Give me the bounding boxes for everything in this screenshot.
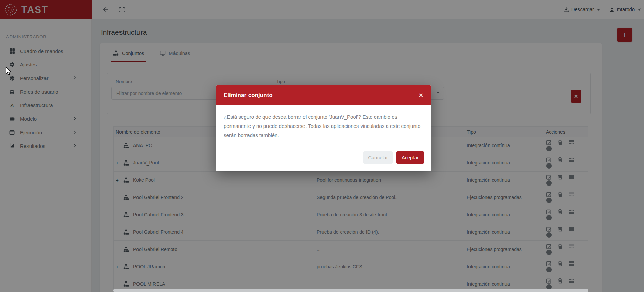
close-dialog-button[interactable]: ✕ <box>419 93 423 98</box>
mouse-cursor <box>5 66 12 77</box>
dialog-footer: Cancelar Aceptar <box>216 151 431 171</box>
dialog-header: Eliminar conjunto ✕ <box>216 85 431 105</box>
delete-confirmation-dialog: Eliminar conjunto ✕ ¿Está seguro de que … <box>216 85 431 171</box>
app-window: TAST Descargar mtarodo ADMINISTRADOR <box>0 0 644 292</box>
horizontal-scrollbar[interactable] <box>113 289 588 292</box>
vertical-scrollbar[interactable] <box>639 0 639 292</box>
dialog-title: Eliminar conjunto <box>224 92 273 99</box>
accept-button[interactable]: Aceptar <box>396 151 424 164</box>
cancel-button[interactable]: Cancelar <box>363 151 393 164</box>
dialog-message: ¿Está seguro de que desea borrar el conj… <box>216 105 431 140</box>
